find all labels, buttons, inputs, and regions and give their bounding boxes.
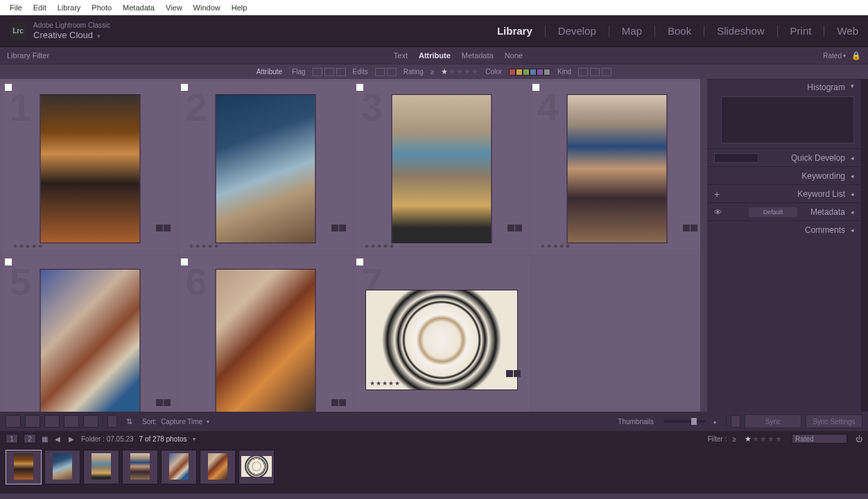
view-loupe-icon[interactable] [25,415,40,428]
swatch-red[interactable] [509,69,516,76]
flag-rejected-icon[interactable] [336,68,346,76]
menu-view[interactable]: View [160,3,188,12]
grid-view[interactable]: 1★★★★★2★★★★★3★★★★★4★★★★★5★★★★★6★★★★★7★★★… [0,79,707,412]
photo-thumbnail[interactable] [216,269,316,412]
identity-line2[interactable]: Creative Cloud [33,30,93,40]
identity-dropdown-icon[interactable] [93,30,101,40]
quick-develop-field[interactable] [714,153,758,163]
filmstrip-thumbnail[interactable]: ★★★★★ [44,450,80,484]
badge-icon[interactable] [691,225,697,231]
chevron-left-icon[interactable]: ◂ [851,209,854,216]
badge-icon[interactable] [331,225,338,231]
view-grid-icon[interactable] [6,415,21,428]
filmstrip[interactable]: ★★★★★★★★★★★★★★★★★★★★★★★★★★★★★★★★★★★ [0,446,868,488]
filter-tab-attribute[interactable]: Attribute [419,51,451,60]
edits-edited-icon[interactable] [375,68,385,76]
menu-window[interactable]: Window [188,3,226,12]
cell-rating[interactable]: ★★★★★ [364,243,395,250]
grid-cell[interactable]: 5★★★★★ [3,256,177,412]
filter-tab-none[interactable]: None [505,51,523,60]
photo-thumbnail[interactable] [40,269,140,412]
menu-library[interactable]: Library [52,3,87,12]
right-panel-collapse[interactable] [861,79,868,412]
grid-cell[interactable]: 3★★★★★ [354,82,529,255]
menu-file[interactable]: File [4,3,28,12]
badge-icon[interactable] [506,370,513,377]
panel-keywording[interactable]: Keywording ◂ [707,166,861,184]
module-develop[interactable]: Develop [558,24,596,38]
swatch-green[interactable] [523,69,530,76]
view-survey-icon[interactable] [64,415,79,428]
photo-thumbnail[interactable] [216,94,316,243]
star-3-icon[interactable]: ★ [456,67,463,76]
swatch-blue[interactable] [530,69,537,76]
badge-icon[interactable] [164,399,171,406]
badge-icon[interactable] [156,399,163,406]
fs-star-5-icon[interactable]: ★ [775,435,782,444]
module-book[interactable]: Book [668,24,691,38]
badge-icon[interactable] [156,225,163,231]
sync-button[interactable]: Sync [745,414,801,428]
panel-histogram[interactable]: Histogram ▾ [707,79,861,148]
view-people-icon[interactable] [83,415,98,428]
kind-virtual-icon[interactable] [590,68,600,76]
badge-icon[interactable] [515,225,522,231]
metadata-preset-dropdown[interactable]: Default [749,207,797,217]
photo-thumbnail[interactable] [40,94,140,243]
badge-icon[interactable] [339,225,346,231]
photo-thumbnail[interactable] [365,290,518,390]
grid-cell[interactable]: 2★★★★★ [179,82,354,255]
thumbnail-size-slider[interactable] [663,420,705,423]
filmstrip-thumbnail[interactable]: ★★★★★ [6,450,42,484]
module-library[interactable]: Library [497,24,532,38]
filter-preset-dropdown[interactable]: Rated [792,434,847,444]
cell-rating[interactable]: ★★★★★ [12,243,44,250]
folder-path[interactable]: Folder : 07.05.23 [81,435,134,443]
filter-operator[interactable]: ≥ [733,435,737,443]
module-print[interactable]: Print [790,24,812,38]
chevron-down-icon[interactable]: ▾ [207,419,209,425]
cell-rating[interactable]: ★★★★★ [370,380,401,387]
chevron-down-icon[interactable]: ▾ [843,53,846,59]
module-map[interactable]: Map [622,24,642,38]
grid-cell[interactable]: 1★★★★★ [3,82,177,255]
chevron-left-icon[interactable]: ◂ [851,173,854,180]
filmstrip-thumbnail[interactable]: ★★★★★ [122,450,158,484]
filter-lock-icon[interactable]: 🔒 [851,51,861,60]
panel-keyword-list[interactable]: + Keyword List ◂ [707,184,861,202]
edits-unedited-icon[interactable] [387,68,397,76]
swatch-yellow[interactable] [516,69,523,76]
menu-edit[interactable]: Edit [28,3,52,12]
module-slideshow[interactable]: Slideshow [717,24,764,38]
eye-icon[interactable]: 👁 [714,208,722,216]
menu-metadata[interactable]: Metadata [117,3,160,12]
filmstrip-thumbnail[interactable]: ★★★★★ [200,450,236,484]
badge-icon[interactable] [507,225,514,231]
grid-cell[interactable]: 7★★★★★ [354,256,529,412]
chevron-left-icon[interactable]: ◂ [851,155,854,161]
panel-metadata[interactable]: 👁 Default Metadata ◂ [707,202,861,220]
star-4-icon[interactable]: ★ [464,67,471,76]
filmstrip-thumbnail[interactable]: ★★★★★ [161,450,197,484]
monitor-2-button[interactable]: 2 [24,434,36,444]
grid-scrollbar[interactable] [700,79,707,412]
fs-star-1-icon[interactable]: ★ [745,435,752,444]
photo-thumbnail[interactable] [391,94,492,243]
nav-forward-icon[interactable]: ▶ [67,435,76,443]
star-1-icon[interactable]: ★ [441,67,448,76]
badge-icon[interactable] [164,225,171,231]
grid-toggle-icon[interactable]: ▦ [42,435,48,443]
menu-photo[interactable]: Photo [86,3,117,12]
cell-rating[interactable]: ★★★★★ [189,243,220,250]
module-web[interactable]: Web [837,24,858,38]
flag-picked-icon[interactable] [313,68,322,76]
panel-quick-develop[interactable]: Quick Develop ◂ [707,148,861,166]
fs-star-4-icon[interactable]: ★ [767,435,774,444]
filter-tab-metadata[interactable]: Metadata [462,51,494,60]
chevron-left-icon[interactable]: ◂ [851,191,854,198]
filmstrip-rating-filter[interactable]: ★ ★ ★ ★ ★ [745,435,782,444]
painter-icon[interactable] [107,415,117,428]
sort-value[interactable]: Capture Time [161,418,202,426]
filter-switch-icon[interactable]: ⏻ [856,435,862,443]
grid-cell[interactable]: 4★★★★★ [530,82,705,255]
